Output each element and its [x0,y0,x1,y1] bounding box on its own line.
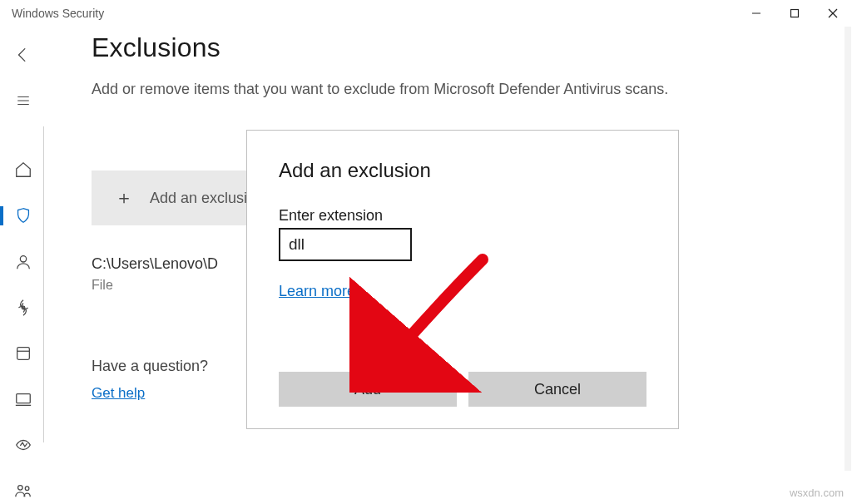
page-title: Exclusions [92,32,827,63]
window-title: Windows Security [12,7,104,20]
sidebar-item-home[interactable] [0,157,47,183]
sidebar [0,27,47,504]
scrollbar[interactable] [845,27,851,471]
titlebar: Windows Security [0,0,852,27]
sidebar-item-device[interactable] [0,386,47,412]
back-button[interactable] [0,42,47,67]
get-help-link[interactable]: Get help [92,385,145,401]
svg-point-7 [20,255,26,261]
sidebar-divider [43,126,44,442]
sidebar-item-performance[interactable] [0,432,47,458]
svg-point-13 [18,486,22,491]
cancel-button[interactable]: Cancel [468,372,646,407]
learn-more-link[interactable]: Learn more [279,283,355,300]
sidebar-item-app-browser[interactable] [0,340,47,366]
svg-rect-1 [791,10,799,17]
window-controls [737,0,852,27]
minimize-button[interactable] [737,0,775,27]
plus-icon: ＋ [115,185,133,210]
sidebar-item-account[interactable] [0,249,47,274]
extension-input[interactable] [279,228,412,261]
add-exclusion-dialog: Add an exclusion Enter extension Learn m… [246,130,679,429]
svg-point-14 [25,487,29,491]
dialog-buttons: Add Cancel [279,372,646,407]
sidebar-item-security[interactable] [0,203,47,229]
svg-rect-11 [17,394,31,403]
page-description: Add or remove items that you want to exc… [92,78,741,101]
maximize-button[interactable] [775,0,814,27]
close-button[interactable] [814,0,852,27]
dialog-title: Add an exclusion [279,159,646,182]
sidebar-item-family[interactable] [0,478,47,504]
extension-field-label: Enter extension [279,207,646,225]
menu-button[interactable] [0,87,47,113]
add-button[interactable]: Add [279,372,457,407]
sidebar-item-firewall[interactable] [0,294,47,320]
watermark: wsxdn.com [790,487,844,499]
svg-rect-9 [17,348,30,360]
